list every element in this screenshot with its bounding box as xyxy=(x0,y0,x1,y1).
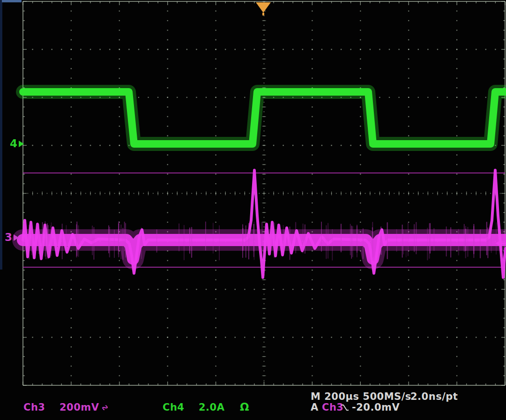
ch3-waveform xyxy=(23,170,506,278)
trigger-position-marker-icon[interactable] xyxy=(256,2,271,15)
ch3-readout-label[interactable]: Ch3 xyxy=(23,402,45,413)
trigger-level-readout[interactable]: -20.0mV xyxy=(352,402,400,413)
trigger-source-readout[interactable]: Ch3 xyxy=(322,402,343,413)
resolution-readout: 2.0ns/pt xyxy=(410,391,458,402)
timebase-readout: M 200µs 500MS/s xyxy=(311,391,411,402)
ch4-impedance-icon: Ω xyxy=(240,401,249,413)
waveform-display xyxy=(0,0,506,389)
ch4-scale-readout[interactable]: 2.0A xyxy=(199,402,224,413)
ch4-marker-arrow-icon xyxy=(19,141,24,147)
trigger-mode-label: A xyxy=(311,402,319,413)
ch3-marker-arrow-icon xyxy=(14,234,19,241)
ch4-marker-label: 4 xyxy=(10,137,18,150)
ch3-position-marker[interactable]: 3 xyxy=(5,232,19,243)
ch3-scale-readout[interactable]: 200mV xyxy=(60,402,99,413)
graticule xyxy=(22,1,506,386)
oscilloscope-screen: 3 4 Ch3 200mV ∿ Ch4 2.0A Ω M 200µs 500MS… xyxy=(0,0,506,420)
ch3-marker-label: 3 xyxy=(5,231,13,243)
falling-slope-icon xyxy=(341,404,350,412)
ch4-readout-label[interactable]: Ch4 xyxy=(163,402,184,413)
squiggle-glyph: ∿ xyxy=(98,402,111,413)
ch3-coupling-icon: ∿ xyxy=(101,402,108,413)
ch4-position-marker[interactable]: 4 xyxy=(10,138,24,149)
